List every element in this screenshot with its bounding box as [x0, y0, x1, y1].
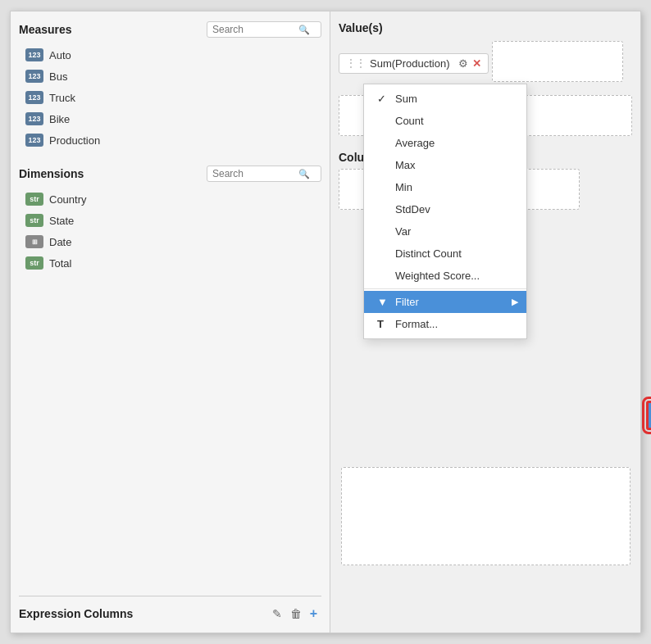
format-icon: T [377, 318, 389, 330]
dropdown-item-min[interactable]: Min [364, 176, 526, 198]
dimensions-list: str Country str State ⊞ Date str Total [19, 188, 321, 274]
filter-icon: ▼ [377, 296, 389, 308]
dimensions-search-icon: 🔍 [298, 169, 310, 179]
empty-check [377, 115, 389, 127]
dropdown-item-average[interactable]: Average [364, 132, 526, 154]
item-label: Country [49, 193, 87, 206]
values-drop-area-right[interactable] [492, 41, 623, 82]
values-row: ⋮⋮ Sum(Production) ⚙ ✕ [339, 41, 632, 88]
measures-title: Measures [19, 23, 72, 36]
measures-search-box[interactable]: 🔍 [207, 21, 321, 38]
dropdown-item-label: Max [395, 159, 416, 171]
empty-check [377, 181, 389, 193]
list-item[interactable]: 123 Bike [19, 108, 321, 129]
item-label: Total [49, 257, 71, 270]
dropdown-item-sum[interactable]: ✓ Sum [364, 88, 526, 110]
dropdown-item-stddev[interactable]: StdDev [364, 198, 526, 220]
dropdown-item-filter[interactable]: ▼ Filter ▶ [364, 291, 526, 313]
item-label: Production [49, 134, 100, 147]
measures-search-icon: 🔍 [298, 25, 310, 35]
item-label: Date [49, 236, 71, 248]
drag-handle: ⋮⋮ [346, 57, 366, 69]
dropdown-item-format[interactable]: T Format... [364, 313, 526, 335]
dropdown-item-label: Sum [395, 93, 417, 105]
measures-search-input[interactable] [212, 24, 298, 35]
expression-section: Expression Columns ✎ 🗑 + [19, 596, 321, 623]
item-label: Auto [49, 49, 71, 61]
item-label: Bus [49, 70, 67, 83]
dropdown-menu: ✓ Sum Count Average Max Min StdDev Var [363, 84, 527, 339]
expression-trash-button[interactable]: 🗑 [286, 605, 306, 622]
main-container: Measures 🔍 123 Auto 123 Bus 123 Truck 12… [10, 11, 641, 633]
badge-123: 123 [25, 48, 43, 61]
dropdown-item-label: Average [395, 137, 435, 149]
dimensions-section-header: Dimensions 🔍 [19, 166, 321, 182]
list-item-production[interactable]: 123 Production [19, 129, 321, 151]
empty-check [377, 225, 389, 238]
dropdown-item-label: Min [395, 181, 412, 193]
dropdown-item-count[interactable]: Count [364, 110, 526, 132]
dropdown-item-max[interactable]: Max [364, 154, 526, 176]
badge-123: 123 [25, 70, 43, 83]
dimensions-title: Dimensions [19, 167, 84, 180]
empty-check [377, 203, 389, 215]
list-item[interactable]: 123 Bus [19, 66, 321, 87]
badge-str: str [25, 193, 43, 206]
values-title: Value(s) [339, 21, 632, 34]
pill-label: Sum(Production) [370, 57, 450, 70]
empty-check [377, 270, 389, 282]
clear-button[interactable]: ✕ Clear [646, 401, 651, 430]
measures-list: 123 Auto 123 Bus 123 Truck 123 Bike 123 … [19, 44, 321, 151]
checkmark-icon: ✓ [377, 93, 389, 105]
badge-123: 123 [25, 134, 43, 147]
badge-str: str [25, 256, 43, 270]
gear-icon[interactable]: ⚙ [458, 57, 468, 70]
badge-date: ⊞ [25, 235, 43, 248]
dropdown-item-label: Format... [395, 318, 438, 330]
dropdown-item-label: StdDev [395, 203, 430, 215]
item-label: State [49, 215, 74, 227]
expression-add-button[interactable]: + [306, 605, 321, 623]
empty-check [377, 247, 389, 260]
dropdown-item-label: Distinct Count [395, 247, 462, 260]
close-icon[interactable]: ✕ [472, 57, 481, 70]
empty-check [377, 137, 389, 149]
list-item[interactable]: ⊞ Date [19, 231, 321, 252]
sum-production-pill[interactable]: ⋮⋮ Sum(Production) ⚙ ✕ [339, 53, 489, 74]
badge-123: 123 [25, 112, 43, 125]
dropdown-item-label: Var [395, 225, 411, 238]
row-drop-area[interactable] [341, 467, 631, 623]
list-item[interactable]: 123 Truck [19, 87, 321, 108]
dropdown-item-var[interactable]: Var [364, 220, 526, 243]
badge-str: str [25, 214, 43, 227]
measures-section-header: Measures 🔍 [19, 21, 321, 38]
dimensions-search-box[interactable]: 🔍 [207, 166, 321, 182]
clear-button-area: ✕ Clear [646, 401, 651, 430]
dropdown-item-label: Filter [395, 296, 419, 308]
row-drop-area-inner[interactable] [341, 467, 631, 565]
expression-edit-button[interactable]: ✎ [268, 605, 286, 622]
dropdown-item-weighted-score[interactable]: Weighted Score... [364, 265, 526, 287]
expression-title: Expression Columns [19, 607, 268, 620]
dimensions-section: Dimensions 🔍 str Country str State ⊞ Dat… [19, 166, 321, 285]
dropdown-divider [364, 288, 526, 289]
chevron-right-icon: ▶ [512, 297, 518, 307]
dropdown-item-label: Count [395, 115, 424, 127]
list-item[interactable]: str Total [19, 252, 321, 274]
dimensions-search-input[interactable] [212, 168, 298, 179]
item-label: Bike [49, 113, 70, 125]
dropdown-item-label: Weighted Score... [395, 270, 480, 282]
empty-check [377, 159, 389, 171]
list-item[interactable]: str Country [19, 188, 321, 210]
badge-123: 123 [25, 91, 43, 104]
dropdown-item-distinct-count[interactable]: Distinct Count [364, 243, 526, 265]
left-panel: Measures 🔍 123 Auto 123 Bus 123 Truck 12… [11, 11, 330, 633]
list-item[interactable]: str State [19, 210, 321, 231]
list-item[interactable]: 123 Auto [19, 44, 321, 66]
item-label: Truck [49, 92, 75, 104]
